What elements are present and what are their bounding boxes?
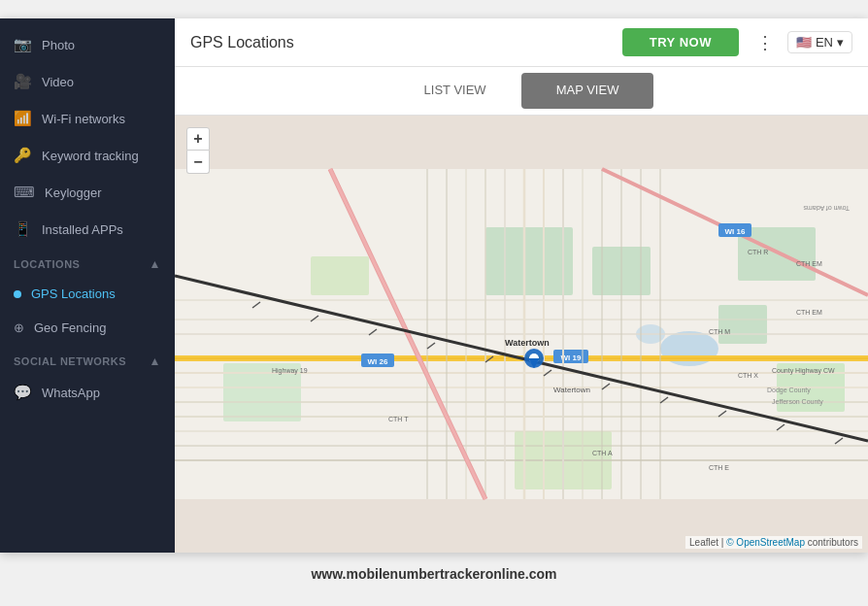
sidebar-item-photo[interactable]: 📷 Photo [0, 26, 175, 63]
page-title: GPS Locations [190, 34, 611, 51]
svg-text:CTH M: CTH M [709, 328, 730, 335]
keylogger-icon: ⌨ [14, 184, 35, 201]
sidebar-item-gps[interactable]: GPS Locations [0, 277, 175, 311]
leaflet-attribution: Leaflet [689, 537, 718, 548]
svg-text:WI 16: WI 16 [725, 227, 746, 236]
active-dot [14, 290, 21, 298]
dots-menu-button[interactable]: ⋮ [751, 30, 780, 55]
sidebar-item-video[interactable]: 🎥 Video [0, 63, 175, 100]
svg-text:CTH A: CTH A [592, 450, 613, 456]
geo-icon: ⊕ [14, 320, 24, 335]
sidebar-item-whatsapp[interactable]: 💬 WhatsApp [0, 374, 175, 411]
sidebar-item-label: Keylogger [45, 185, 102, 200]
svg-text:Dodge County: Dodge County [767, 387, 811, 394]
svg-rect-4 [718, 305, 767, 344]
flag-icon: 🇺🇸 [796, 35, 812, 50]
wifi-icon: 📶 [14, 110, 32, 127]
app-container: 📷 Photo 🎥 Video 📶 Wi-Fi networks 🔑 Keywo… [0, 18, 868, 553]
language-selector[interactable]: 🇺🇸 EN ▾ [787, 31, 852, 53]
svg-text:WI 26: WI 26 [368, 357, 388, 366]
sidebar-item-geo[interactable]: ⊕ Geo Fencing [0, 311, 175, 345]
map-container: WI 19 [175, 116, 868, 553]
sidebar-item-apps[interactable]: 📱 Installed APPs [0, 211, 175, 248]
svg-text:Watertown: Watertown [505, 338, 550, 348]
svg-text:CTH E: CTH E [709, 464, 729, 471]
tab-map-view[interactable]: MAP VIEW [521, 73, 654, 109]
sidebar-item-label: Wi-Fi networks [42, 112, 125, 126]
svg-text:CTH X: CTH X [738, 372, 758, 379]
zoom-controls: + − [186, 127, 210, 174]
contributors-text: contributors [808, 537, 858, 548]
footer: www.mobilenumbertrackeronline.com [311, 553, 556, 588]
apps-icon: 📱 [14, 220, 32, 238]
svg-text:Jefferson County: Jefferson County [772, 398, 823, 406]
sidebar-item-label: Photo [42, 38, 75, 52]
video-icon: 🎥 [14, 73, 32, 90]
whatsapp-icon: 💬 [14, 384, 32, 401]
sidebar-item-wifi[interactable]: 📶 Wi-Fi networks [0, 100, 175, 137]
svg-text:Watertown: Watertown [553, 386, 590, 394]
chevron-down-icon: ▾ [837, 35, 844, 50]
sidebar: 📷 Photo 🎥 Video 📶 Wi-Fi networks 🔑 Keywo… [0, 18, 175, 553]
svg-text:CTH EM: CTH EM [796, 309, 822, 316]
sidebar-item-label: Installed APPs [42, 222, 123, 237]
zoom-in-button[interactable]: + [186, 127, 210, 151]
chevron-up-icon-social: ▲ [150, 354, 161, 368]
svg-text:Highway 19: Highway 19 [272, 367, 308, 375]
sidebar-item-label: Geo Fencing [34, 320, 106, 335]
footer-url: www.mobilenumbertrackeronline.com [311, 566, 556, 582]
sidebar-item-label: Keyword tracking [42, 149, 139, 163]
sidebar-item-label: WhatsApp [42, 386, 100, 400]
zoom-out-button[interactable]: − [186, 151, 210, 174]
svg-text:CTH R: CTH R [748, 249, 768, 255]
svg-text:County Highway CW: County Highway CW [772, 367, 835, 375]
svg-text:CTH EM: CTH EM [796, 260, 822, 267]
social-section-header: SOCIAL NETWORKS ▲ [0, 345, 175, 374]
tabs-bar: LIST VIEW MAP VIEW [175, 67, 868, 116]
sidebar-item-keylogger[interactable]: ⌨ Keylogger [0, 174, 175, 211]
chevron-up-icon: ▲ [150, 257, 161, 271]
header-actions: ⋮ 🇺🇸 EN ▾ [751, 30, 852, 55]
lang-code: EN [816, 35, 833, 50]
photo-icon: 📷 [14, 36, 32, 53]
sidebar-item-label: Video [42, 75, 74, 89]
sidebar-item-label: GPS Locations [31, 286, 116, 301]
svg-text:Town of Adams: Town of Adams [803, 205, 850, 212]
locations-section-header: LOCATIONS ▲ [0, 248, 175, 277]
svg-text:CTH T: CTH T [388, 416, 409, 422]
try-now-button[interactable]: TRY NOW [622, 28, 739, 56]
tab-list-view[interactable]: LIST VIEW [389, 73, 521, 109]
header-bar: GPS Locations TRY NOW ⋮ 🇺🇸 EN ▾ [175, 18, 868, 67]
sidebar-item-keyword[interactable]: 🔑 Keyword tracking [0, 137, 175, 174]
main-content: GPS Locations TRY NOW ⋮ 🇺🇸 EN ▾ LIST VIE… [175, 18, 868, 553]
svg-rect-5 [311, 256, 369, 295]
osm-link[interactable]: © OpenStreetMap [726, 537, 808, 548]
keyword-icon: 🔑 [14, 147, 32, 164]
map-attribution: Leaflet | © OpenStreetMap contributors [685, 536, 862, 549]
svg-rect-1 [485, 227, 573, 295]
map-svg: WI 19 [175, 116, 868, 553]
